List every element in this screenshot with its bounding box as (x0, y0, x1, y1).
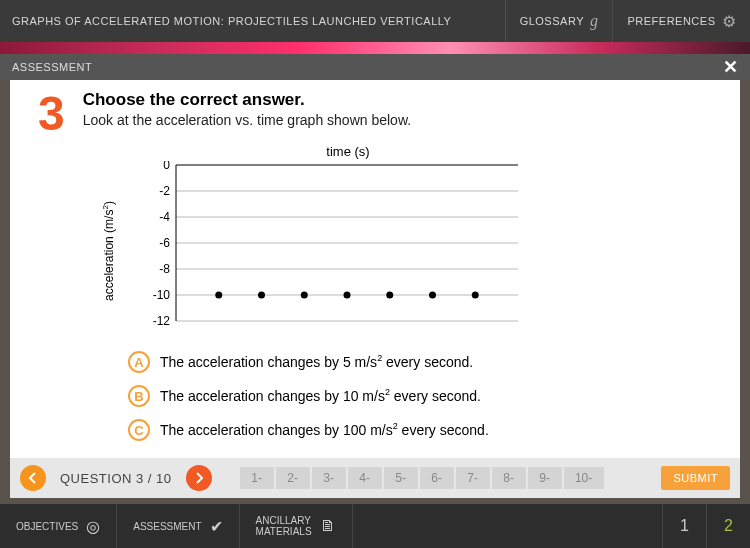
svg-text:5: 5 (386, 161, 393, 162)
svg-text:4: 4 (344, 161, 351, 162)
svg-text:6: 6 (429, 161, 436, 162)
page-2-button[interactable]: 2 (706, 504, 750, 548)
question-tab-10[interactable]: 10- (564, 467, 604, 489)
question-tab-1[interactable]: 1- (240, 467, 274, 489)
question-tab-9[interactable]: 9- (528, 467, 562, 489)
top-bar: GRAPHS OF ACCELERATED MOTION: PROJECTILE… (0, 0, 750, 42)
question-tabs: 1-2-3-4-5-6-7-8-9-10- (240, 467, 604, 489)
svg-text:-2: -2 (159, 184, 170, 198)
svg-text:-10: -10 (153, 288, 171, 302)
question-nav: QUESTION 3 / 10 1-2-3-4-5-6-7-8-9-10- SU… (10, 458, 740, 498)
answer-text: The acceleration changes by 10 m/s2 ever… (160, 387, 481, 404)
page-title: GRAPHS OF ACCELERATED MOTION: PROJECTILE… (0, 10, 505, 32)
question-tab-4[interactable]: 4- (348, 467, 382, 489)
svg-text:-12: -12 (153, 314, 171, 328)
svg-text:1: 1 (215, 161, 222, 162)
assessment-label: ASSESSMENT (12, 61, 92, 73)
glossary-icon: g (590, 12, 599, 30)
answer-text: The acceleration changes by 100 m/s2 eve… (160, 421, 489, 438)
objectives-label: OBJECTIVES (16, 521, 78, 532)
question-tab-3[interactable]: 3- (312, 467, 346, 489)
svg-text:-8: -8 (159, 262, 170, 276)
objectives-button[interactable]: OBJECTIVES ◎ (0, 504, 117, 548)
answers-list: AThe acceleration changes by 5 m/s2 ever… (38, 345, 712, 447)
question-title: Choose the correct answer. (83, 90, 411, 110)
gear-icon: ⚙ (722, 12, 737, 31)
svg-text:7: 7 (472, 161, 479, 162)
answer-option-b[interactable]: BThe acceleration changes by 10 m/s2 eve… (38, 379, 712, 413)
check-icon: ✔ (210, 517, 223, 536)
question-number: 3 (38, 90, 65, 138)
target-icon: ◎ (86, 517, 100, 536)
svg-text:8: 8 (515, 161, 522, 162)
submit-button[interactable]: SUBMIT (661, 466, 730, 490)
assessment-button[interactable]: ASSESSMENT ✔ (117, 504, 239, 548)
answer-option-a[interactable]: AThe acceleration changes by 5 m/s2 ever… (38, 345, 712, 379)
answer-letter: B (128, 385, 150, 407)
bottom-bar: OBJECTIVES ◎ ASSESSMENT ✔ ANCILLARYMATER… (0, 504, 750, 548)
next-question-button[interactable] (186, 465, 212, 491)
assessment-nav-label: ASSESSMENT (133, 521, 201, 532)
svg-point-26 (344, 292, 351, 299)
glossary-button[interactable]: GLOSSARY g (505, 0, 613, 42)
page-1-button[interactable]: 1 (662, 504, 706, 548)
svg-point-25 (301, 292, 308, 299)
question-tab-8[interactable]: 8- (492, 467, 526, 489)
answer-letter: A (128, 351, 150, 373)
preferences-button[interactable]: PREFERENCES ⚙ (612, 0, 750, 42)
answer-text: The acceleration changes by 5 m/s2 every… (160, 353, 473, 370)
question-subtitle: Look at the acceleration vs. time graph … (83, 112, 411, 128)
svg-text:3: 3 (301, 161, 308, 162)
close-icon[interactable]: ✕ (723, 56, 739, 78)
svg-point-29 (472, 292, 479, 299)
ancillary-button[interactable]: ANCILLARYMATERIALS 🗎 (240, 504, 353, 548)
glossary-label: GLOSSARY (520, 15, 584, 27)
answer-option-c[interactable]: CThe acceleration changes by 100 m/s2 ev… (38, 413, 712, 447)
svg-text:-6: -6 (159, 236, 170, 250)
acceleration-time-chart: acceleration (m/s2) 0-2-4-6-8-10-1212345… (128, 161, 528, 341)
chevron-left-icon (27, 472, 39, 484)
chevron-right-icon (193, 472, 205, 484)
question-tab-2[interactable]: 2- (276, 467, 310, 489)
decorative-strip (0, 42, 750, 54)
prev-question-button[interactable] (20, 465, 46, 491)
document-icon: 🗎 (320, 517, 336, 535)
svg-point-23 (215, 292, 222, 299)
ancillary-label: ANCILLARYMATERIALS (256, 515, 312, 537)
assessment-bar: ASSESSMENT ✕ (0, 54, 750, 80)
svg-point-28 (429, 292, 436, 299)
question-panel: 3 Choose the correct answer. Look at the… (10, 80, 740, 458)
chart-ylabel: acceleration (m/s2) (101, 201, 116, 301)
svg-text:-4: -4 (159, 210, 170, 224)
svg-text:2: 2 (258, 161, 265, 162)
preferences-label: PREFERENCES (627, 15, 715, 27)
question-counter: QUESTION 3 / 10 (54, 471, 178, 486)
question-tab-7[interactable]: 7- (456, 467, 490, 489)
answer-letter: C (128, 419, 150, 441)
question-tab-6[interactable]: 6- (420, 467, 454, 489)
question-tab-5[interactable]: 5- (384, 467, 418, 489)
svg-point-24 (258, 292, 265, 299)
chart-title: time (s) (168, 144, 528, 159)
chart-svg: 0-2-4-6-8-10-1212345678 (128, 161, 528, 341)
svg-text:0: 0 (163, 161, 170, 172)
svg-point-27 (386, 292, 393, 299)
